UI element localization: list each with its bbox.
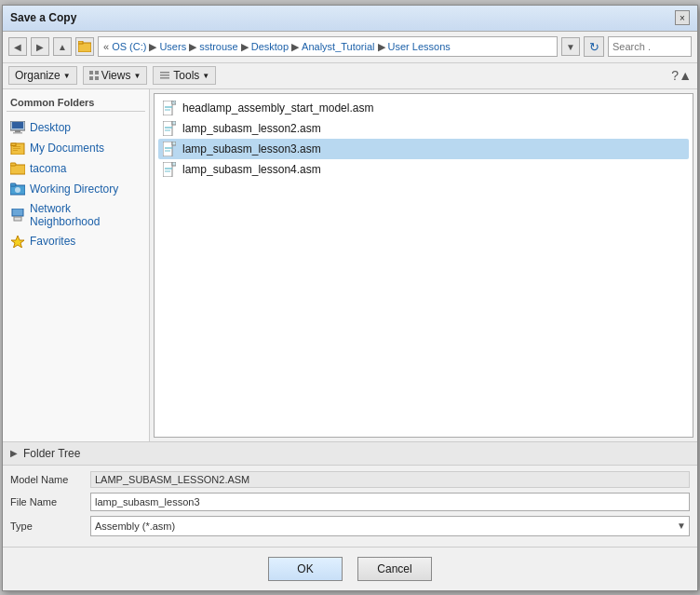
file-name-2: lamp_subasm_lesson3.asm [182, 142, 321, 156]
folder-icon-button[interactable] [75, 37, 94, 56]
type-select[interactable]: Assembly (*.asm) Part (*.prt) Drawing (*… [90, 516, 690, 536]
tacoma-folder-icon [10, 162, 25, 175]
type-row: Type Assembly (*.asm) Part (*.prt) Drawi… [10, 516, 690, 536]
svg-rect-10 [12, 122, 23, 128]
breadcrumb-os[interactable]: OS (C:) [112, 41, 146, 52]
breadcrumb-userlessons[interactable]: User Lessons [388, 41, 451, 52]
sidebar-network-label: Network Neighborhood [30, 202, 141, 228]
file-item-3[interactable]: lamp_subasm_lesson4.asm [158, 159, 689, 180]
type-label: Type [10, 521, 85, 532]
file-name-input[interactable] [90, 493, 690, 511]
tools-icon [159, 71, 170, 80]
forward-button[interactable]: ▶ [31, 37, 49, 56]
file-item-2[interactable]: lamp_subasm_lesson3.asm [158, 139, 689, 159]
sidebar-item-desktop[interactable]: Desktop [7, 117, 145, 138]
svg-rect-16 [13, 148, 20, 149]
breadcrumb-users[interactable]: Users [159, 41, 186, 52]
views-button[interactable]: Views ▼ [83, 66, 148, 85]
folder-tree-toggle[interactable]: ▶ Folder Tree [3, 442, 697, 466]
file-name-3: lamp_subasm_lesson4.asm [182, 163, 321, 176]
network-icon [10, 209, 25, 222]
svg-rect-35 [165, 127, 172, 128]
svg-rect-19 [10, 163, 16, 166]
file-name-label: File Name [10, 496, 85, 507]
svg-rect-11 [15, 130, 20, 132]
svg-rect-40 [165, 150, 170, 152]
svg-rect-4 [89, 76, 93, 80]
breadcrumb-sstrouse[interactable]: sstrouse [199, 41, 238, 52]
file-item-0[interactable]: headlamp_assembly_start_model.asm [158, 98, 689, 118]
dropdown-arrow-button[interactable]: ▼ [561, 37, 580, 56]
tools-label: Tools [173, 69, 199, 82]
main-area: Common Folders Desktop [3, 89, 697, 441]
model-name-value: LAMP_SUBASM_LESSON2.ASM [90, 471, 690, 488]
title-bar: Save a Copy × [3, 6, 697, 32]
folder-tree-label: Folder Tree [23, 447, 80, 460]
organize-label: Organize [15, 69, 61, 82]
svg-rect-5 [95, 76, 99, 80]
svg-rect-21 [10, 183, 16, 186]
svg-rect-43 [165, 168, 172, 169]
sidebar-item-network[interactable]: Network Neighborhood [7, 199, 145, 231]
sidebar-tacoma-label: tacoma [30, 162, 66, 175]
sidebar-item-tacoma[interactable]: tacoma [7, 158, 145, 179]
svg-rect-8 [160, 77, 169, 79]
back-button[interactable]: ◀ [8, 37, 27, 56]
svg-marker-27 [11, 236, 24, 248]
file-item-1[interactable]: lamp_subasm_lesson2.asm [158, 118, 689, 139]
asm-file-icon-2 [163, 142, 176, 156]
refresh-button[interactable]: ↻ [584, 36, 604, 57]
file-list: headlamp_assembly_start_model.asm lamp_s… [154, 93, 693, 438]
svg-rect-44 [165, 170, 170, 172]
asm-file-icon-3 [163, 162, 176, 177]
nav-toolbar: ◀ ▶ ▲ « OS (C:) ▶ Users ▶ sstrouse ▶ Des… [3, 32, 697, 63]
svg-rect-24 [14, 217, 21, 221]
ok-button[interactable]: OK [268, 557, 343, 581]
svg-rect-17 [13, 150, 18, 151]
desktop-icon [10, 121, 25, 134]
toggle-arrow-icon: ▶ [10, 448, 18, 458]
breadcrumb-bar: « OS (C:) ▶ Users ▶ sstrouse ▶ Desktop ▶… [98, 36, 558, 57]
svg-rect-31 [165, 106, 172, 108]
svg-rect-32 [165, 109, 170, 111]
bottom-panel: ▶ Folder Tree Model Name LAMP_SUBASM_LES… [3, 441, 697, 590]
views-icon [89, 71, 99, 80]
asm-file-icon-0 [163, 101, 176, 115]
folder-nav-icon [78, 41, 91, 52]
sidebar-workingdir-label: Working Directory [30, 183, 118, 196]
svg-rect-7 [160, 74, 169, 76]
breadcrumb-analyst[interactable]: Analyst_Tutorial [302, 41, 374, 52]
breadcrumb-desktop[interactable]: Desktop [251, 41, 289, 52]
svg-rect-39 [165, 147, 172, 149]
file-name-1: lamp_subasm_lesson2.asm [182, 122, 321, 135]
tools-button[interactable]: Tools ▼ [153, 66, 216, 85]
common-folders-heading: Common Folders [7, 97, 145, 112]
search-input[interactable] [608, 36, 692, 57]
sidebar-item-favorites[interactable]: Favorites [7, 231, 145, 251]
sidebar-item-mydocuments[interactable]: My Documents [7, 138, 145, 158]
model-name-label: Model Name [10, 474, 85, 485]
svg-rect-36 [165, 129, 170, 131]
svg-rect-1 [78, 41, 83, 44]
organize-arrow-icon: ▼ [63, 72, 71, 80]
tools-arrow-icon: ▼ [202, 72, 209, 80]
up-button[interactable]: ▲ [53, 37, 72, 56]
mydocuments-icon [10, 142, 25, 155]
workingdir-icon [10, 183, 25, 196]
help-icon[interactable]: ?▲ [671, 68, 692, 83]
secondary-toolbar: Organize ▼ Views ▼ Tools ▼ ?▲ [3, 63, 697, 89]
type-select-wrapper: Assembly (*.asm) Part (*.prt) Drawing (*… [90, 516, 690, 536]
asm-file-icon-1 [163, 121, 176, 136]
file-name-0: headlamp_assembly_start_model.asm [182, 101, 373, 115]
sidebar: Common Folders Desktop [3, 89, 150, 441]
sidebar-item-workingdir[interactable]: Working Directory [7, 179, 145, 199]
cancel-button[interactable]: Cancel [357, 557, 432, 581]
form-area: Model Name LAMP_SUBASM_LESSON2.ASM File … [3, 466, 697, 547]
organize-button[interactable]: Organize ▼ [8, 66, 77, 85]
sidebar-favorites-label: Favorites [30, 235, 75, 248]
close-button[interactable]: × [675, 10, 690, 25]
svg-point-22 [15, 187, 20, 193]
svg-rect-2 [89, 71, 93, 74]
model-name-row: Model Name LAMP_SUBASM_LESSON2.ASM [10, 471, 690, 488]
svg-rect-6 [160, 72, 169, 74]
